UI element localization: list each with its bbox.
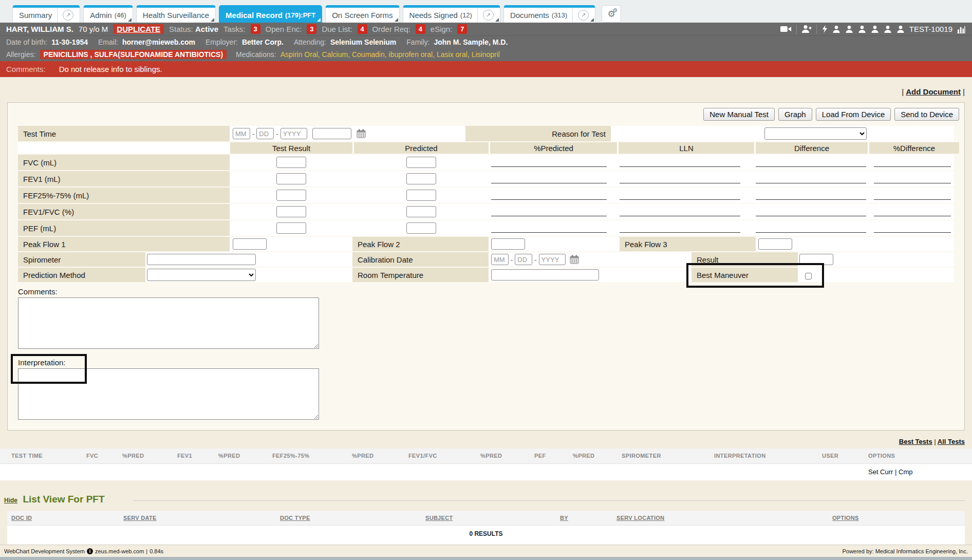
popout-icon[interactable]: ↗: [483, 10, 494, 21]
hide-link[interactable]: Hide: [4, 497, 17, 504]
tasks-badge[interactable]: 3: [251, 24, 260, 34]
peak-flow-1-input[interactable]: [233, 238, 267, 250]
divider: [57, 8, 58, 23]
patient-icon[interactable]: [884, 25, 892, 33]
calendar-icon[interactable]: [570, 255, 579, 264]
duplicate-flag[interactable]: DUPLICATE: [113, 24, 164, 34]
esign-badge[interactable]: 7: [457, 24, 467, 34]
medication-link[interactable]: Lisinopril: [472, 50, 500, 59]
status-label: Status:: [169, 25, 193, 33]
load-from-device-button[interactable]: Load From Device: [816, 108, 891, 121]
best-tests-link[interactable]: Best Tests: [899, 438, 932, 445]
patient-icon[interactable]: [871, 25, 879, 33]
best-maneuver-checkbox[interactable]: [805, 273, 812, 279]
fef-difference-value: [756, 188, 866, 200]
calibration-day-input[interactable]: [515, 254, 532, 265]
tab-health-surveillance[interactable]: Health Surveillance: [136, 5, 216, 23]
patient-icon[interactable]: [896, 25, 905, 33]
spirometer-input[interactable]: [147, 254, 256, 265]
peak-flow-3-input[interactable]: [758, 238, 792, 250]
pef-predicted-input[interactable]: [406, 222, 436, 234]
allergies-value[interactable]: PENICILLINS , SULFA(SULFONAMIDE ANTIBIOT…: [40, 50, 227, 59]
cmp-link[interactable]: Cmp: [899, 468, 912, 476]
calibration-month-input[interactable]: [491, 254, 509, 265]
doc-col-header[interactable]: BY: [560, 515, 568, 521]
calendar-icon[interactable]: [357, 129, 366, 138]
new-manual-test-button[interactable]: New Manual Test: [703, 108, 775, 121]
medication-link[interactable]: Calcium: [322, 50, 348, 59]
fev1-fvc-test-result-input[interactable]: [276, 206, 306, 217]
result-input[interactable]: [799, 254, 833, 265]
all-tests-link[interactable]: All Tests: [938, 438, 965, 445]
test-time-year-input[interactable]: [281, 128, 307, 139]
tab-medical-record[interactable]: Medical Record (179):PFT: [219, 5, 322, 23]
fev1-predicted-input[interactable]: [406, 173, 436, 184]
test-time-time-input[interactable]: [312, 128, 351, 139]
fef-test-result-input[interactable]: [276, 190, 306, 201]
doc-col-header[interactable]: SERV DATE: [123, 515, 157, 521]
medication-link[interactable]: Coumadin: [352, 50, 385, 59]
interpretation-textarea[interactable]: [18, 368, 319, 420]
test-time-day-input[interactable]: [256, 128, 274, 139]
fvc-test-result-input[interactable]: [276, 157, 306, 168]
medication-link[interactable]: Aspirin Oral: [281, 50, 318, 59]
pef-test-result-input[interactable]: [276, 222, 306, 234]
medication-link[interactable]: Lasix oral: [437, 50, 468, 59]
calibration-year-input[interactable]: [539, 254, 566, 265]
tab-summary[interactable]: Summary ↗: [12, 5, 80, 23]
row-label: FEV1 (mL): [18, 171, 230, 186]
doc-col-header[interactable]: DOC ID: [11, 515, 32, 521]
form-comments-textarea[interactable]: [18, 297, 319, 349]
chevron-fold-icon: [128, 18, 132, 22]
form-comments-label: Comments:: [18, 287, 954, 296]
patient-header: HART, WILLIAM S. 70 y/o M DUPLICATE Stat…: [0, 23, 972, 61]
graph-button[interactable]: Graph: [778, 108, 812, 121]
video-camera-icon[interactable]: [780, 25, 792, 33]
lightning-icon[interactable]: [821, 25, 828, 33]
open-enc-label: Open Enc:: [266, 25, 302, 33]
bar-chart-icon[interactable]: [957, 25, 966, 33]
measurement-row-fvc: FVC (mL): [18, 155, 954, 170]
date-separator: -: [511, 256, 513, 264]
divider: [796, 25, 797, 34]
add-document-link[interactable]: Add Document: [906, 87, 961, 96]
document-table-header: DOC ID SERV DATE DOC TYPE SUBJECT BY SER…: [7, 511, 965, 525]
tab-admin[interactable]: Admin (46): [83, 5, 133, 23]
add-user-icon[interactable]: [801, 25, 812, 33]
peak-flow-2-input[interactable]: [491, 238, 525, 250]
footer-host: zeus.med-web.com: [95, 548, 144, 554]
popout-icon[interactable]: ↗: [578, 10, 589, 21]
doc-col-header[interactable]: SUBJECT: [425, 515, 453, 521]
pef-difference-value: [756, 220, 866, 233]
medication-link[interactable]: ibuprofen oral: [389, 50, 433, 59]
set-curr-link[interactable]: Set Curr: [868, 468, 893, 476]
send-to-device-button[interactable]: Send to Device: [894, 108, 959, 121]
email-value[interactable]: horner@mieweb.com: [122, 38, 195, 46]
doc-col-header[interactable]: SERV LOCATION: [616, 515, 664, 521]
doc-col-header[interactable]: OPTIONS: [832, 515, 859, 521]
patient-icon[interactable]: [832, 25, 840, 33]
patient-icon[interactable]: [858, 25, 866, 33]
tab-documents[interactable]: Documents (313) ↗: [503, 5, 595, 23]
info-icon[interactable]: i: [87, 548, 93, 554]
prediction-method-select[interactable]: [147, 269, 256, 281]
fev1-fvc-predicted-input[interactable]: [406, 206, 436, 217]
divider: [134, 500, 965, 501]
tab-needs-signed[interactable]: Needs Signed (12) ↗: [403, 5, 500, 23]
fev1-fvc-pct-predicted-value: [491, 204, 607, 216]
settings-button[interactable]: ⚙ ⚙: [602, 5, 621, 23]
due-list-badge[interactable]: 4: [358, 24, 367, 34]
popout-icon[interactable]: ↗: [63, 10, 73, 21]
order-req-badge[interactable]: 4: [416, 24, 425, 34]
fev1-test-result-input[interactable]: [276, 173, 306, 184]
fef-predicted-input[interactable]: [406, 190, 436, 201]
tab-on-screen-forms[interactable]: On Screen Forms: [325, 5, 399, 23]
patient-icon[interactable]: [845, 25, 853, 33]
fvc-predicted-input[interactable]: [406, 157, 436, 168]
reason-for-test-select[interactable]: [764, 127, 867, 140]
room-temperature-input[interactable]: [491, 269, 599, 281]
fev1-pct-difference-value: [874, 171, 951, 183]
test-time-month-input[interactable]: [233, 128, 250, 139]
open-enc-badge[interactable]: 3: [307, 24, 316, 34]
doc-col-header[interactable]: DOC TYPE: [280, 515, 310, 521]
